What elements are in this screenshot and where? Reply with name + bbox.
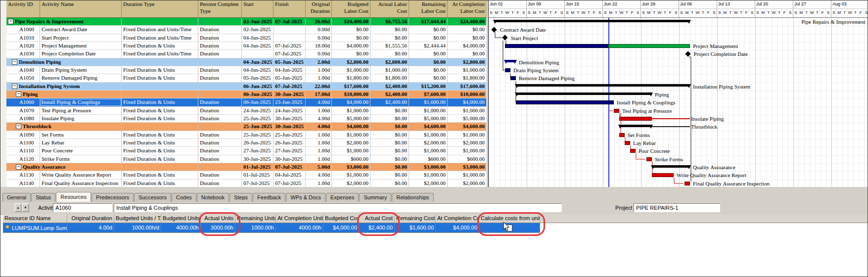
collapse-icon[interactable]: −	[16, 124, 21, 129]
activity-row[interactable]: A1120Strike FormsFixed Duration & UnitsD…	[6, 155, 487, 163]
activity-row[interactable]: A1090Set FormsFixed Duration & UnitsDura…	[6, 131, 487, 139]
column-finish[interactable]: Finish	[274, 0, 306, 17]
column-at-completion-labor-cost[interactable]: At Completion Labor Cost	[448, 0, 487, 17]
collapse-icon[interactable]: −	[12, 59, 17, 65]
gantt-bar[interactable]	[652, 126, 690, 127]
column-duration-type[interactable]: Duration Type	[122, 0, 198, 17]
column-pct-complete-type[interactable]: Percent Complete Type	[198, 0, 242, 17]
activity-name-field[interactable]: Install Piping & Couplings	[114, 203, 562, 212]
tab-predecessors[interactable]: Predecessors	[91, 193, 134, 202]
activity-row[interactable]: A1020Project ManagementFixed Duration & …	[6, 42, 487, 50]
tab-summary[interactable]: Summary	[359, 193, 391, 202]
rcol-actual-cost[interactable]: Actual Cost	[359, 214, 395, 223]
gantt-bar[interactable]	[646, 157, 652, 161]
column-remaining-labor-cost[interactable]: Remaining Labor Cost	[409, 0, 448, 17]
gantt-bar[interactable]	[608, 44, 690, 48]
rcol-original-duration[interactable]: Original Duration	[67, 214, 114, 223]
remaining-labor-cost-cell: $1,000.00	[409, 147, 448, 154]
collapse-icon[interactable]: −	[16, 92, 21, 97]
activity-row[interactable]: A1000Contract Award DateFixed Duration a…	[6, 26, 487, 34]
column-start[interactable]: Start	[242, 0, 274, 17]
column-original-duration[interactable]: Original Duration	[306, 0, 332, 17]
gantt-bar[interactable]	[652, 173, 674, 177]
gantt-bar[interactable]	[516, 84, 690, 87]
gantt-bar[interactable]	[494, 20, 690, 22]
tab-expenses[interactable]: Expenses	[326, 193, 359, 202]
column-activity-id[interactable]: Activity ID	[6, 0, 40, 17]
activity-row[interactable]: A1110Pour ConcreteFixed Duration & Units…	[6, 147, 487, 155]
tab-notebook[interactable]: Notebook	[197, 193, 229, 202]
column-activity-name[interactable]: Activity Name	[40, 0, 122, 17]
activity-row[interactable]: A1050Remove Damaged PipingFixed Duration…	[6, 74, 487, 82]
activity-row[interactable]: A1100Lay RebarFixed Duration & UnitsDura…	[6, 139, 487, 147]
nav-down-button[interactable]: ▼	[22, 203, 29, 212]
tab-codes[interactable]: Codes	[172, 193, 196, 202]
rcol-resource-id-name[interactable]: Resource ID Name	[3, 214, 67, 223]
tab-successors[interactable]: Successors	[134, 193, 171, 202]
tab-feedback[interactable]: Feedback	[253, 193, 285, 202]
rcol-remaining-units[interactable]: Remaining Units	[235, 214, 276, 223]
tab-general[interactable]: General	[2, 193, 31, 202]
gantt-bar[interactable]	[652, 118, 690, 119]
nav-up-button[interactable]: ▲	[14, 203, 22, 212]
activity-row[interactable]: A1030Project Completion DateFixed Durati…	[6, 50, 487, 58]
tab-status[interactable]: Status	[31, 193, 55, 202]
original-duration-cell: 4.00d	[306, 171, 332, 179]
gantt-bar[interactable]	[619, 117, 652, 121]
activity-row[interactable]: A1130Write Quality Assurance ReportFixed…	[6, 171, 487, 179]
collapse-icon[interactable]: −	[16, 164, 21, 170]
activity-row[interactable]: A1070Test Piping at PressureFixed Durati…	[6, 107, 487, 115]
collapse-icon[interactable]: −	[8, 19, 13, 24]
milestone-marker[interactable]	[491, 27, 497, 32]
group-band-row[interactable]: −Demolition Piping04-Jun-202505-Jun-2025…	[6, 58, 487, 66]
milestone-marker[interactable]	[685, 51, 690, 56]
group-band-row[interactable]: −Installation Piping System06-Jun-202507…	[6, 83, 487, 91]
group-band-row[interactable]: −Piping06-Jun-202530-Jun-202517.00d$10,0…	[6, 91, 487, 98]
gantt-week-label: Aug 03	[831, 0, 868, 9]
activity-id-field[interactable]: A1060	[53, 203, 112, 212]
group-band-row[interactable]: −Thrustblock25-Jun-202530-Jun-20254.00d$…	[6, 123, 487, 131]
tab-relationships[interactable]: Relationships	[392, 193, 433, 202]
gantt-bar[interactable]	[516, 92, 652, 95]
gantt-bar[interactable]	[505, 68, 510, 72]
resource-row[interactable]: LUMPSUM.Lump Sum 4.00d 1000.00h/d 4000.0…	[3, 223, 540, 233]
gantt-bar[interactable]	[685, 182, 690, 185]
tab-wps-docs[interactable]: WPs & Docs	[286, 193, 325, 202]
milestone-marker[interactable]	[502, 35, 507, 40]
tab-resources[interactable]: Resources	[56, 192, 91, 202]
group-band-row[interactable]: −Pipe Repairs & Improvement02-Jun-202507…	[6, 18, 487, 26]
column-actual-labor-cost[interactable]: Actual Labor Cost	[370, 0, 409, 17]
finish-cell	[274, 34, 306, 42]
gantt-bar[interactable]	[614, 109, 619, 113]
gantt-bar[interactable]	[619, 133, 625, 137]
project-field[interactable]: PIPE REPAIRS-1	[634, 203, 720, 212]
gantt-bar[interactable]	[625, 141, 630, 145]
gantt-bar[interactable]	[619, 125, 652, 127]
gantt-bar[interactable]	[505, 44, 608, 48]
gantt-bar[interactable]	[516, 100, 614, 104]
calculate-costs-checkbox[interactable]	[505, 225, 512, 231]
rcol-actual-units[interactable]: Actual Units	[201, 214, 235, 223]
gantt-bar[interactable]	[510, 76, 516, 80]
collapse-icon[interactable]: −	[12, 84, 17, 89]
gantt-bar[interactable]	[505, 60, 516, 62]
rcol-at-completion-cost[interactable]: At Completion Cost	[436, 214, 479, 223]
gantt-bar[interactable]	[652, 165, 690, 168]
gantt-bar[interactable]	[630, 149, 636, 153]
activity-row[interactable]: A1140Final Quality Assurance InspectionF…	[6, 180, 487, 187]
activity-row[interactable]: A1040Drain Piping SystemFixed Duration &…	[6, 66, 487, 74]
activity-row[interactable]: A1060Install Piping & CouplingsFixed Dur…	[6, 98, 487, 106]
remaining-labor-cost-cell: $0.00	[409, 26, 448, 33]
rcol-budgeted-cost[interactable]: Budgeted Cost	[323, 214, 359, 223]
rcol-calculate-costs-from-units[interactable]: Calculate costs from units	[479, 214, 540, 223]
rcol-budgeted-units[interactable]: Budgeted Units	[161, 214, 201, 223]
group-band-row[interactable]: −Quality Assurance01-Jul-202507-Jul-2025…	[6, 163, 487, 171]
rcol-remaining-cost[interactable]: Remaining Cost	[395, 214, 436, 223]
activity-row[interactable]: A1080Insulate PipingFixed Duration & Uni…	[6, 115, 487, 123]
rcol-budgeted-units-time[interactable]: Budgeted Units / Time	[114, 214, 161, 223]
rcol-at-completion-units[interactable]: At Completion Units	[276, 214, 323, 223]
activity-row[interactable]: A1010Start ProjectFixed Duration and Uni…	[6, 34, 487, 42]
column-budgeted-labor-cost[interactable]: Budgeted Labor Cost	[332, 0, 370, 17]
resource-actual-cost: $2,400.00	[359, 223, 395, 232]
tab-steps[interactable]: Steps	[229, 193, 252, 202]
